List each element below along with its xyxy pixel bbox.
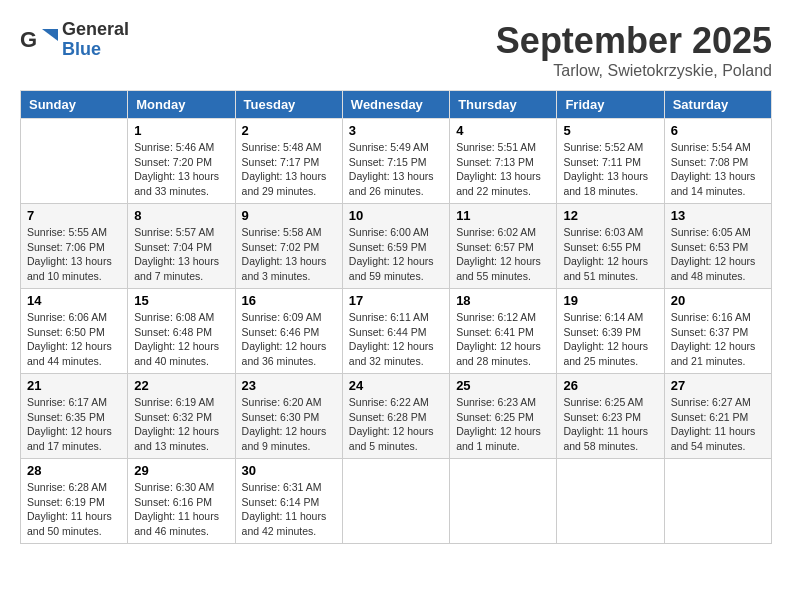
weekday-header-thursday: Thursday bbox=[450, 91, 557, 119]
day-info: Sunrise: 6:11 AM Sunset: 6:44 PM Dayligh… bbox=[349, 310, 443, 369]
day-info: Sunrise: 6:27 AM Sunset: 6:21 PM Dayligh… bbox=[671, 395, 765, 454]
day-info: Sunrise: 5:48 AM Sunset: 7:17 PM Dayligh… bbox=[242, 140, 336, 199]
day-number: 13 bbox=[671, 208, 765, 223]
day-info: Sunrise: 6:16 AM Sunset: 6:37 PM Dayligh… bbox=[671, 310, 765, 369]
weekday-header-friday: Friday bbox=[557, 91, 664, 119]
month-title: September 2025 bbox=[496, 20, 772, 62]
location-subtitle: Tarlow, Swietokrzyskie, Poland bbox=[496, 62, 772, 80]
calendar-cell: 2Sunrise: 5:48 AM Sunset: 7:17 PM Daylig… bbox=[235, 119, 342, 204]
calendar-cell: 20Sunrise: 6:16 AM Sunset: 6:37 PM Dayli… bbox=[664, 289, 771, 374]
calendar-cell: 3Sunrise: 5:49 AM Sunset: 7:15 PM Daylig… bbox=[342, 119, 449, 204]
day-info: Sunrise: 6:06 AM Sunset: 6:50 PM Dayligh… bbox=[27, 310, 121, 369]
calendar-cell: 27Sunrise: 6:27 AM Sunset: 6:21 PM Dayli… bbox=[664, 374, 771, 459]
logo: G General Blue bbox=[20, 20, 129, 60]
day-number: 27 bbox=[671, 378, 765, 393]
calendar-cell: 28Sunrise: 6:28 AM Sunset: 6:19 PM Dayli… bbox=[21, 459, 128, 544]
day-number: 23 bbox=[242, 378, 336, 393]
calendar-table: SundayMondayTuesdayWednesdayThursdayFrid… bbox=[20, 90, 772, 544]
day-number: 11 bbox=[456, 208, 550, 223]
logo-icon: G bbox=[20, 21, 58, 59]
weekday-header-wednesday: Wednesday bbox=[342, 91, 449, 119]
day-number: 26 bbox=[563, 378, 657, 393]
day-number: 6 bbox=[671, 123, 765, 138]
calendar-cell: 13Sunrise: 6:05 AM Sunset: 6:53 PM Dayli… bbox=[664, 204, 771, 289]
day-number: 29 bbox=[134, 463, 228, 478]
day-number: 12 bbox=[563, 208, 657, 223]
weekday-header-tuesday: Tuesday bbox=[235, 91, 342, 119]
day-number: 2 bbox=[242, 123, 336, 138]
day-info: Sunrise: 5:49 AM Sunset: 7:15 PM Dayligh… bbox=[349, 140, 443, 199]
calendar-cell: 10Sunrise: 6:00 AM Sunset: 6:59 PM Dayli… bbox=[342, 204, 449, 289]
day-number: 3 bbox=[349, 123, 443, 138]
day-info: Sunrise: 6:08 AM Sunset: 6:48 PM Dayligh… bbox=[134, 310, 228, 369]
calendar-cell: 23Sunrise: 6:20 AM Sunset: 6:30 PM Dayli… bbox=[235, 374, 342, 459]
calendar-cell: 24Sunrise: 6:22 AM Sunset: 6:28 PM Dayli… bbox=[342, 374, 449, 459]
day-info: Sunrise: 6:23 AM Sunset: 6:25 PM Dayligh… bbox=[456, 395, 550, 454]
day-number: 24 bbox=[349, 378, 443, 393]
day-number: 20 bbox=[671, 293, 765, 308]
day-number: 7 bbox=[27, 208, 121, 223]
day-info: Sunrise: 6:17 AM Sunset: 6:35 PM Dayligh… bbox=[27, 395, 121, 454]
day-number: 8 bbox=[134, 208, 228, 223]
weekday-header-monday: Monday bbox=[128, 91, 235, 119]
calendar-cell: 17Sunrise: 6:11 AM Sunset: 6:44 PM Dayli… bbox=[342, 289, 449, 374]
calendar-cell: 15Sunrise: 6:08 AM Sunset: 6:48 PM Dayli… bbox=[128, 289, 235, 374]
day-info: Sunrise: 6:30 AM Sunset: 6:16 PM Dayligh… bbox=[134, 480, 228, 539]
day-info: Sunrise: 6:28 AM Sunset: 6:19 PM Dayligh… bbox=[27, 480, 121, 539]
day-info: Sunrise: 6:02 AM Sunset: 6:57 PM Dayligh… bbox=[456, 225, 550, 284]
day-info: Sunrise: 6:05 AM Sunset: 6:53 PM Dayligh… bbox=[671, 225, 765, 284]
svg-marker-1 bbox=[42, 29, 58, 41]
day-info: Sunrise: 5:46 AM Sunset: 7:20 PM Dayligh… bbox=[134, 140, 228, 199]
day-info: Sunrise: 6:20 AM Sunset: 6:30 PM Dayligh… bbox=[242, 395, 336, 454]
calendar-cell: 12Sunrise: 6:03 AM Sunset: 6:55 PM Dayli… bbox=[557, 204, 664, 289]
weekday-header-saturday: Saturday bbox=[664, 91, 771, 119]
day-number: 18 bbox=[456, 293, 550, 308]
calendar-cell: 8Sunrise: 5:57 AM Sunset: 7:04 PM Daylig… bbox=[128, 204, 235, 289]
calendar-cell: 22Sunrise: 6:19 AM Sunset: 6:32 PM Dayli… bbox=[128, 374, 235, 459]
day-info: Sunrise: 5:55 AM Sunset: 7:06 PM Dayligh… bbox=[27, 225, 121, 284]
calendar-cell: 18Sunrise: 6:12 AM Sunset: 6:41 PM Dayli… bbox=[450, 289, 557, 374]
calendar-cell: 14Sunrise: 6:06 AM Sunset: 6:50 PM Dayli… bbox=[21, 289, 128, 374]
day-number: 16 bbox=[242, 293, 336, 308]
day-number: 4 bbox=[456, 123, 550, 138]
calendar-cell: 30Sunrise: 6:31 AM Sunset: 6:14 PM Dayli… bbox=[235, 459, 342, 544]
day-info: Sunrise: 6:00 AM Sunset: 6:59 PM Dayligh… bbox=[349, 225, 443, 284]
week-row-1: 1Sunrise: 5:46 AM Sunset: 7:20 PM Daylig… bbox=[21, 119, 772, 204]
day-number: 25 bbox=[456, 378, 550, 393]
calendar-cell: 9Sunrise: 5:58 AM Sunset: 7:02 PM Daylig… bbox=[235, 204, 342, 289]
day-info: Sunrise: 5:58 AM Sunset: 7:02 PM Dayligh… bbox=[242, 225, 336, 284]
calendar-cell: 16Sunrise: 6:09 AM Sunset: 6:46 PM Dayli… bbox=[235, 289, 342, 374]
day-number: 21 bbox=[27, 378, 121, 393]
calendar-cell: 6Sunrise: 5:54 AM Sunset: 7:08 PM Daylig… bbox=[664, 119, 771, 204]
day-number: 9 bbox=[242, 208, 336, 223]
day-info: Sunrise: 5:51 AM Sunset: 7:13 PM Dayligh… bbox=[456, 140, 550, 199]
calendar-cell bbox=[557, 459, 664, 544]
day-number: 5 bbox=[563, 123, 657, 138]
calendar-cell: 4Sunrise: 5:51 AM Sunset: 7:13 PM Daylig… bbox=[450, 119, 557, 204]
calendar-cell: 29Sunrise: 6:30 AM Sunset: 6:16 PM Dayli… bbox=[128, 459, 235, 544]
logo-line1: General bbox=[62, 20, 129, 40]
day-info: Sunrise: 6:25 AM Sunset: 6:23 PM Dayligh… bbox=[563, 395, 657, 454]
weekday-header-row: SundayMondayTuesdayWednesdayThursdayFrid… bbox=[21, 91, 772, 119]
page-header: G General Blue September 2025 Tarlow, Sw… bbox=[20, 20, 772, 80]
week-row-3: 14Sunrise: 6:06 AM Sunset: 6:50 PM Dayli… bbox=[21, 289, 772, 374]
day-info: Sunrise: 5:57 AM Sunset: 7:04 PM Dayligh… bbox=[134, 225, 228, 284]
day-info: Sunrise: 6:09 AM Sunset: 6:46 PM Dayligh… bbox=[242, 310, 336, 369]
calendar-cell: 26Sunrise: 6:25 AM Sunset: 6:23 PM Dayli… bbox=[557, 374, 664, 459]
day-number: 17 bbox=[349, 293, 443, 308]
calendar-cell: 21Sunrise: 6:17 AM Sunset: 6:35 PM Dayli… bbox=[21, 374, 128, 459]
weekday-header-sunday: Sunday bbox=[21, 91, 128, 119]
logo-line2: Blue bbox=[62, 40, 129, 60]
calendar-cell: 5Sunrise: 5:52 AM Sunset: 7:11 PM Daylig… bbox=[557, 119, 664, 204]
day-info: Sunrise: 6:12 AM Sunset: 6:41 PM Dayligh… bbox=[456, 310, 550, 369]
day-number: 1 bbox=[134, 123, 228, 138]
day-number: 30 bbox=[242, 463, 336, 478]
day-number: 10 bbox=[349, 208, 443, 223]
week-row-4: 21Sunrise: 6:17 AM Sunset: 6:35 PM Dayli… bbox=[21, 374, 772, 459]
week-row-5: 28Sunrise: 6:28 AM Sunset: 6:19 PM Dayli… bbox=[21, 459, 772, 544]
day-number: 28 bbox=[27, 463, 121, 478]
day-number: 22 bbox=[134, 378, 228, 393]
calendar-cell bbox=[664, 459, 771, 544]
day-info: Sunrise: 5:52 AM Sunset: 7:11 PM Dayligh… bbox=[563, 140, 657, 199]
day-info: Sunrise: 6:19 AM Sunset: 6:32 PM Dayligh… bbox=[134, 395, 228, 454]
